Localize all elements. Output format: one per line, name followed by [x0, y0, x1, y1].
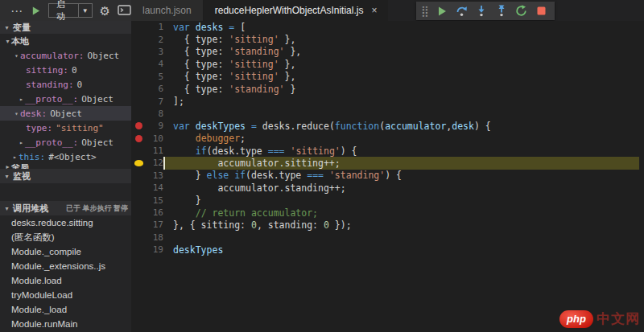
code-line[interactable]: 10 debugger; [131, 133, 644, 145]
code-line[interactable]: 7]; [131, 95, 644, 107]
code-token [173, 133, 196, 144]
tab-reduce-helper-js[interactable]: reduceHeplerWithObjectAsInitial.js × [204, 0, 389, 21]
code-token: , [446, 121, 452, 132]
code-line[interactable]: 15 } [131, 194, 644, 206]
callstack-frame[interactable]: Module.runMain [0, 317, 131, 331]
variables-section-header[interactable]: ▾ 变量 [0, 21, 131, 34]
code-line[interactable]: 11 if(desk.type === 'sitting') { [131, 145, 644, 157]
code-line[interactable]: 6 { type: 'standing' } [131, 83, 644, 95]
breakpoint-gutter[interactable] [131, 157, 146, 169]
callstack-frame[interactable]: (匿名函数) [0, 230, 131, 244]
breakpoint-gutter[interactable] [131, 133, 146, 145]
code-token: (desk.type [207, 146, 268, 157]
breakpoint-icon[interactable] [135, 122, 142, 129]
code-token: { type: [173, 34, 229, 45]
chevron-expanded-icon[interactable]: ▾ [13, 52, 20, 59]
close-icon[interactable]: × [371, 5, 377, 16]
code-content: if(desk.type === 'sitting') { [163, 145, 639, 157]
step-into-icon[interactable] [473, 3, 490, 19]
code-line[interactable]: 18 [131, 232, 644, 244]
code-line[interactable]: 4 { type: 'sitting' }, [131, 58, 644, 70]
breakpoint-gutter[interactable] [131, 219, 146, 231]
start-debug-icon[interactable] [31, 6, 41, 16]
breakpoint-gutter[interactable] [131, 108, 146, 120]
variable-row[interactable]: ▸__proto__:Object [0, 92, 131, 106]
callstack-frame[interactable]: Module._extensions..js [0, 259, 131, 273]
debug-console-icon[interactable] [118, 5, 131, 17]
breakpoint-gutter[interactable] [131, 58, 146, 70]
breakpoint-gutter[interactable] [131, 232, 146, 244]
chevron-collapsed-icon[interactable]: ▸ [4, 164, 11, 169]
breakpoint-gutter[interactable] [131, 33, 146, 45]
code-line[interactable]: 17}, { sitting: 0, standing: 0 }); [131, 219, 644, 231]
code-line[interactable]: 19deskTypes [131, 244, 644, 256]
watch-section-header[interactable]: ▾ 监视 [0, 169, 131, 183]
callstack-frame[interactable]: Module._compile [0, 244, 131, 259]
breakpoint-gutter[interactable] [131, 95, 146, 107]
chevron-expanded-icon[interactable]: ▾ [13, 110, 20, 117]
continue-icon[interactable] [434, 3, 451, 19]
code-line[interactable]: 8 [131, 108, 644, 120]
breakpoint-gutter[interactable] [131, 145, 146, 157]
code-token: if [196, 146, 207, 157]
breakpoint-gutter[interactable] [131, 182, 146, 194]
breakpoint-gutter[interactable] [131, 46, 146, 58]
chevron-collapsed-icon[interactable]: ▸ [18, 96, 25, 103]
code-token: }, [279, 34, 296, 45]
step-out-icon[interactable] [493, 3, 510, 19]
stop-icon[interactable] [533, 3, 550, 19]
code-content: var deskTypes = desks.reduce(function(ac… [163, 120, 639, 132]
chevron-collapsed-icon[interactable]: ▸ [11, 154, 19, 161]
code-line[interactable]: 14 accumulator.standing++; [131, 182, 644, 194]
breakpoint-gutter[interactable] [131, 170, 146, 182]
gear-icon[interactable]: ⚙ [100, 5, 110, 17]
code-line[interactable]: 13 } else if(desk.type === 'standing') { [131, 170, 644, 182]
code-line[interactable]: 1var desks = [ [131, 21, 644, 33]
chevron-collapsed-icon[interactable]: ▸ [18, 139, 25, 146]
variable-row[interactable]: sitting:0 [0, 63, 131, 77]
callstack-frame[interactable]: Module._load [0, 302, 131, 317]
variable-row[interactable]: ▾desk:Object [0, 106, 131, 121]
drag-grip-icon[interactable]: ⣿ [421, 5, 429, 17]
variable-value: Object [50, 109, 82, 119]
breakpoint-gutter[interactable] [131, 71, 146, 83]
code-token: }, [279, 71, 296, 82]
chevron-down-icon: ▼ [78, 4, 92, 17]
code-line[interactable]: 9var deskTypes = desks.reduce(function(a… [131, 120, 644, 132]
variable-row[interactable]: ▸__proto__:Object [0, 135, 131, 150]
variable-row[interactable]: standing:0 [0, 77, 131, 92]
code-line[interactable]: 16 // return accumulator; [131, 207, 644, 219]
breakpoint-gutter[interactable] [131, 21, 146, 33]
code-line[interactable]: 5 { type: 'sitting' }, [131, 71, 644, 83]
breakpoint-gutter[interactable] [131, 207, 146, 219]
code-content: // return accumulator; [163, 207, 639, 219]
step-over-icon[interactable] [453, 3, 470, 19]
code-line[interactable]: 2 { type: 'sitting' }, [131, 33, 644, 45]
launch-config-dropdown[interactable]: 启动 ▼ [48, 3, 93, 18]
variable-row[interactable]: type:"sitting" [0, 121, 131, 135]
code-editor[interactable]: 1var desks = [2 { type: 'sitting' },3 { … [131, 21, 644, 332]
code-line[interactable]: 12 accumulator.sitting++; [131, 157, 644, 169]
watch-body[interactable] [0, 183, 131, 201]
breakpoint-gutter[interactable] [131, 83, 146, 95]
breakpoint-gutter[interactable] [131, 194, 146, 206]
restart-icon[interactable] [514, 3, 530, 19]
callstack-section-header[interactable]: ▾ 调用堆栈 已于 单步执行 暂停 [0, 201, 131, 215]
variable-value: Object [81, 94, 114, 105]
breakpoint-gutter[interactable] [131, 120, 146, 132]
more-actions-icon[interactable]: ⋯ [10, 5, 23, 17]
chevron-expanded-icon[interactable]: ▾ [4, 38, 11, 45]
breakpoint-gutter[interactable] [131, 244, 146, 256]
variable-name: 本地 [11, 35, 29, 47]
callstack-frame[interactable]: tryModuleLoad [0, 288, 131, 302]
callstack-frame[interactable]: desks.reduce.sitting [0, 215, 131, 230]
variable-row[interactable]: ▾本地 [0, 34, 131, 48]
tab-launch-json[interactable]: launch.json [131, 0, 204, 21]
breakpoint-icon[interactable] [135, 135, 142, 142]
code-token: deskTypes [173, 244, 223, 256]
code-token: { type: [173, 59, 229, 70]
variable-row[interactable]: ▸this:#<Object> [0, 150, 131, 164]
variable-row[interactable]: ▾accumulator:Object [0, 48, 131, 63]
callstack-frame[interactable]: Module.load [0, 273, 131, 288]
code-line[interactable]: 3 { type: 'standing' }, [131, 46, 644, 58]
